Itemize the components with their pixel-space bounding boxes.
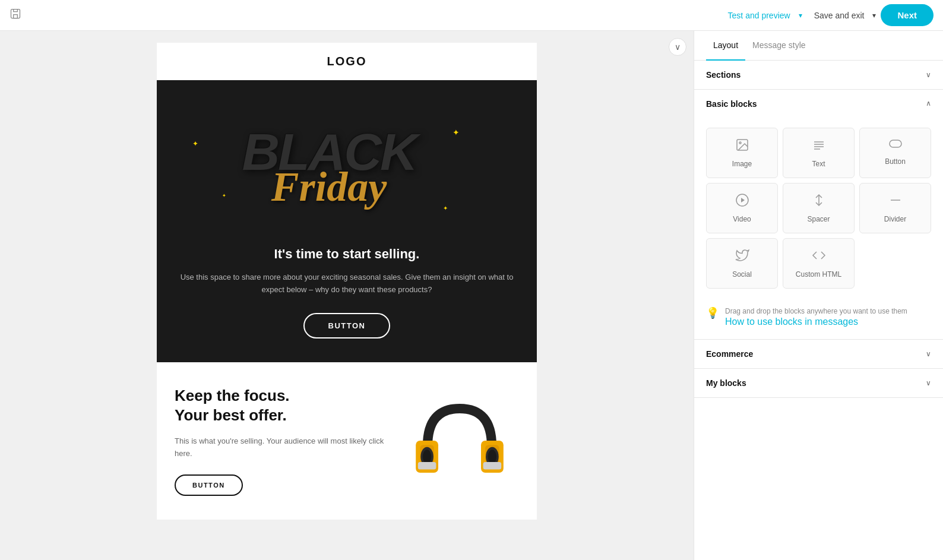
image-block-label: Image [732, 160, 752, 168]
topbar: Test and preview ▾ Save and exit ▾ Next [0, 0, 943, 31]
custom-html-block-icon [812, 248, 826, 265]
email-logo: LOGO [157, 43, 537, 80]
save-exit-dropdown-icon: ▾ [872, 11, 876, 20]
product-text: Keep the focus. Your best offer. This is… [175, 386, 388, 496]
save-exit-button[interactable]: Save and exit [807, 6, 872, 25]
product-image [400, 387, 519, 494]
spacer-block-icon [812, 193, 826, 210]
product-description: This is what you're selling. Your audien… [175, 435, 388, 460]
product-heading-line1: Keep the focus. [175, 387, 290, 404]
block-video[interactable]: Video [706, 183, 778, 233]
hero-cta-button[interactable]: BUTTON [303, 313, 391, 338]
block-spacer[interactable]: Spacer [783, 183, 855, 233]
bf-art: BLACK Friday ✦ ✦ ✦ ✦ [175, 104, 483, 235]
product-section: Keep the focus. Your best offer. This is… [157, 362, 537, 520]
divider-block-icon [888, 193, 903, 210]
video-block-icon [735, 193, 749, 210]
my-blocks-header[interactable]: My blocks ∨ [694, 369, 943, 397]
sections-header[interactable]: Sections ∨ [694, 61, 943, 89]
divider-block-label: Divider [884, 215, 906, 223]
svg-point-8 [488, 450, 496, 463]
svg-rect-10 [483, 462, 502, 470]
basic-blocks-title: Basic blocks [706, 99, 757, 109]
text-block-label: Text [812, 160, 825, 168]
tab-message-style[interactable]: Message style [745, 31, 812, 61]
ecommerce-header[interactable]: Ecommerce ∨ [694, 340, 943, 368]
blocks-grid: Image Text [694, 118, 943, 298]
next-button[interactable]: Next [881, 4, 933, 26]
product-cta-button[interactable]: BUTTON [175, 474, 243, 496]
test-preview-dropdown-icon: ▾ [799, 11, 802, 20]
basic-blocks-header[interactable]: Basic blocks ∨ [694, 90, 943, 118]
button-block-label: Button [885, 157, 906, 166]
save-icon[interactable] [10, 8, 21, 23]
my-blocks-chevron: ∨ [926, 379, 931, 387]
hero-subtext: Use this space to share more about your … [175, 271, 519, 296]
spacer-block-label: Spacer [807, 215, 830, 223]
text-block-icon [812, 138, 826, 155]
block-social[interactable]: Social [706, 238, 778, 289]
svg-rect-17 [890, 140, 901, 147]
sections-section: Sections ∨ [694, 61, 943, 90]
button-block-icon [888, 138, 903, 153]
svg-point-12 [739, 142, 741, 144]
headphone-illustration [406, 387, 513, 494]
block-divider[interactable]: Divider [859, 183, 931, 233]
basic-blocks-section: Basic blocks ∨ Image [694, 90, 943, 340]
ecommerce-section: Ecommerce ∨ [694, 340, 943, 369]
social-block-icon [735, 248, 749, 265]
sections-chevron: ∨ [926, 71, 931, 79]
sparkle-2: ✦ [222, 193, 226, 198]
svg-point-4 [423, 450, 431, 463]
custom-html-block-label: Custom HTML [796, 270, 841, 279]
ecommerce-chevron: ∨ [926, 350, 931, 358]
right-panel: Layout Message style Sections ∨ Basic bl… [694, 31, 943, 560]
hero-section: BLACK Friday ✦ ✦ ✦ ✦ It's time to start … [157, 80, 537, 362]
image-block-icon [735, 138, 749, 155]
bf-gold-text: Friday [271, 163, 387, 211]
sparkle-3: ✦ [443, 205, 448, 211]
test-preview-button[interactable]: Test and preview [721, 6, 798, 25]
drag-hint-text: Drag and drop the blocks anywhere you wa… [725, 307, 907, 315]
sections-title: Sections [706, 70, 741, 80]
block-custom-html[interactable]: Custom HTML [783, 238, 855, 289]
canvas-area: ∨ LOGO BLACK Friday ✦ ✦ ✦ ✦ It's time to… [0, 31, 694, 560]
block-image[interactable]: Image [706, 128, 778, 178]
block-button[interactable]: Button [859, 128, 931, 178]
my-blocks-title: My blocks [706, 378, 746, 388]
drag-hint-link[interactable]: How to use blocks in messages [725, 317, 858, 327]
tab-layout[interactable]: Layout [706, 31, 745, 61]
social-block-label: Social [732, 270, 752, 279]
sparkle-1: ✦ [192, 140, 198, 148]
lightbulb-icon: 💡 [706, 306, 719, 319]
panel-tabs: Layout Message style [694, 31, 943, 61]
svg-rect-0 [11, 10, 20, 18]
ecommerce-title: Ecommerce [706, 349, 753, 359]
sparkle-4: ✦ [452, 128, 460, 137]
svg-rect-9 [418, 462, 436, 470]
product-heading-line2: Your best offer. [175, 406, 287, 424]
hero-tagline: It's time to start selling. [175, 246, 519, 262]
my-blocks-section: My blocks ∨ [694, 369, 943, 398]
svg-marker-19 [741, 198, 745, 203]
product-heading: Keep the focus. Your best offer. [175, 386, 388, 426]
drag-hint: 💡 Drag and drop the blocks anywhere you … [694, 298, 943, 339]
main-layout: ∨ LOGO BLACK Friday ✦ ✦ ✦ ✦ It's time to… [0, 31, 943, 560]
basic-blocks-chevron: ∨ [926, 100, 931, 108]
email-preview: LOGO BLACK Friday ✦ ✦ ✦ ✦ It's time to s… [157, 43, 537, 520]
collapse-button[interactable]: ∨ [669, 38, 686, 56]
video-block-label: Video [733, 215, 751, 223]
block-text[interactable]: Text [783, 128, 855, 178]
